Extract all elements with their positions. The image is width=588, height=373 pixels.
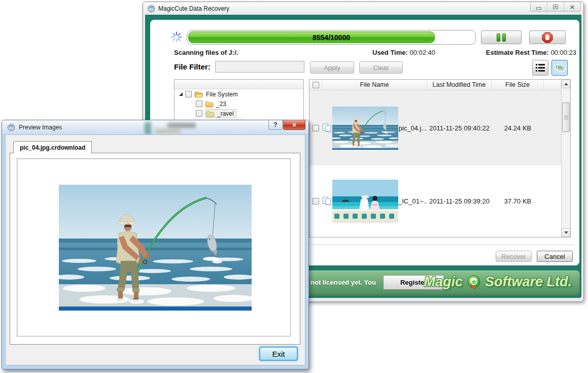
file-row[interactable]: pic_04.j... 2011-11-25 09:40:22 24.24 KB (309, 90, 561, 165)
preview-dialog: Preview Images ? × pic_04.jpg.crdownload… (2, 120, 309, 369)
file-filter-label: File Filter: (174, 62, 211, 71)
stop-button[interactable] (529, 30, 566, 44)
scanning-status: Scanning files of J:/. (174, 49, 238, 56)
clear-button[interactable]: Clear (359, 61, 403, 74)
scroll-down-button[interactable] (562, 228, 570, 237)
file-thumbnail[interactable] (332, 180, 398, 223)
glass-reflection (155, 129, 181, 133)
thumbnail-view-icon (555, 63, 565, 72)
tree-checkbox[interactable] (196, 100, 202, 107)
preview-tab[interactable]: pic_04.jpg.crdownload (13, 141, 92, 153)
file-list-header: File Name Last Modified Time File Size (309, 80, 561, 90)
maximize-button[interactable] (547, 2, 564, 11)
file-size: 24.24 KB (492, 124, 544, 132)
column-file-size[interactable]: File Size (492, 80, 544, 90)
rest-time: Estimate Rest Time: 00:00:23 (486, 49, 576, 56)
help-icon: ? (273, 121, 277, 128)
main-titlebar[interactable]: MagicCute Data Recovery × (143, 2, 583, 15)
dialog-caption-buttons: ? × (268, 120, 305, 130)
tree-header (175, 80, 303, 89)
maximize-icon (553, 5, 558, 9)
close-icon: × (570, 3, 575, 11)
used-time-value: 00:02:40 (409, 49, 435, 56)
stop-icon (542, 32, 553, 43)
used-time: Used Time: 00:02:40 (372, 49, 435, 56)
pause-icon (497, 33, 506, 42)
tree-item-label[interactable]: File System (206, 91, 238, 98)
file-list: File Name Last Modified Time File Size p… (309, 79, 571, 238)
exit-button[interactable]: Exit (259, 347, 298, 361)
dialog-app-icon (7, 123, 15, 131)
preview-tab-panel (10, 153, 300, 345)
scanning-spinner-icon (170, 31, 183, 43)
column-filler (544, 80, 561, 90)
help-button[interactable]: ? (268, 120, 283, 130)
brand-logo: Magic Software Ltd. (424, 274, 572, 290)
file-name[interactable]: pic_04.j... (398, 124, 427, 132)
select-all-checkbox[interactable] (313, 82, 319, 88)
footer-separator (311, 245, 574, 245)
thumbnail-view-button[interactable] (551, 60, 568, 76)
file-modified: 2011-11-25 09:39:20 (427, 197, 492, 205)
window-title: MagicCute Data Recovery (158, 5, 229, 12)
scan-progress-label: 8554/10000 (187, 30, 475, 44)
preview-frame (17, 158, 291, 336)
close-icon: × (292, 121, 296, 129)
file-name-cell: _IC_01~... (322, 180, 427, 223)
apply-button[interactable]: Apply (310, 61, 354, 74)
file-size: 37.70 KB (492, 197, 544, 205)
file-modified: 2011-11-25 09:40:22 (427, 124, 492, 132)
row-checkbox[interactable] (313, 198, 319, 205)
desktop: MagicCute Data Recovery × 8554/10000 (0, 0, 588, 373)
brand-q-icon (466, 275, 481, 289)
preview-photo (59, 185, 252, 311)
tree-item-label[interactable]: _23 (216, 100, 226, 108)
cancel-button[interactable]: Cancel (537, 251, 573, 262)
file-filter-input[interactable] (215, 61, 304, 73)
row-checkbox[interactable] (313, 125, 319, 131)
preview-pages-icon[interactable] (322, 123, 332, 132)
tree-item-file-system[interactable]: File System (175, 89, 303, 99)
arrow-down-icon (564, 231, 568, 234)
tree-expand-icon[interactable] (179, 92, 183, 96)
brand-software: Software Ltd. (485, 274, 572, 290)
file-row[interactable]: _IC_01~... 2011-11-25 09:39:20 37.70 KB (309, 165, 561, 236)
rest-time-value: 00:00:23 (550, 49, 576, 56)
file-name-cell: pic_04.j... (322, 107, 427, 150)
tree-item-ravel[interactable]: _ravel (175, 109, 303, 118)
row-checkbox-cell (309, 198, 322, 205)
folder-icon (205, 100, 214, 108)
preview-pages-icon[interactable] (322, 196, 332, 206)
arrow-up-icon (564, 83, 568, 85)
list-view-icon (536, 64, 545, 72)
column-last-modified[interactable]: Last Modified Time (427, 80, 492, 90)
folder-icon (206, 110, 215, 117)
dialog-titlebar[interactable]: Preview Images ? × (2, 120, 308, 134)
caption-buttons: × (530, 2, 581, 12)
scroll-track[interactable] (562, 88, 570, 228)
scroll-up-button[interactable] (562, 80, 570, 88)
minimize-button[interactable] (531, 2, 547, 11)
list-view-button[interactable] (532, 60, 548, 76)
scroll-thumb[interactable] (562, 103, 570, 132)
file-name[interactable]: _IC_01~... (398, 197, 427, 205)
tree-item-selected[interactable]: _ravel (205, 109, 236, 118)
minimize-icon (536, 7, 541, 10)
rest-time-label: Estimate Rest Time: (486, 49, 549, 56)
folder-open-icon (194, 91, 203, 98)
used-time-label: Used Time: (372, 49, 408, 56)
tree-checkbox[interactable] (185, 91, 192, 97)
scan-progress-bar: 8554/10000 (187, 30, 476, 45)
tree-item-23[interactable]: _23 (175, 99, 303, 109)
tree-item-label[interactable]: _ravel (217, 110, 234, 117)
close-button[interactable]: × (564, 2, 580, 11)
pause-button[interactable] (481, 30, 522, 44)
vertical-scrollbar[interactable] (561, 80, 570, 237)
dialog-close-button[interactable]: × (283, 120, 305, 130)
brand-magic: Magic (424, 274, 463, 290)
recover-button[interactable]: Recover (496, 251, 532, 262)
app-icon (147, 5, 155, 13)
tree-checkbox[interactable] (196, 110, 202, 117)
file-thumbnail[interactable] (332, 107, 398, 150)
column-file-name[interactable]: File Name (322, 80, 427, 90)
